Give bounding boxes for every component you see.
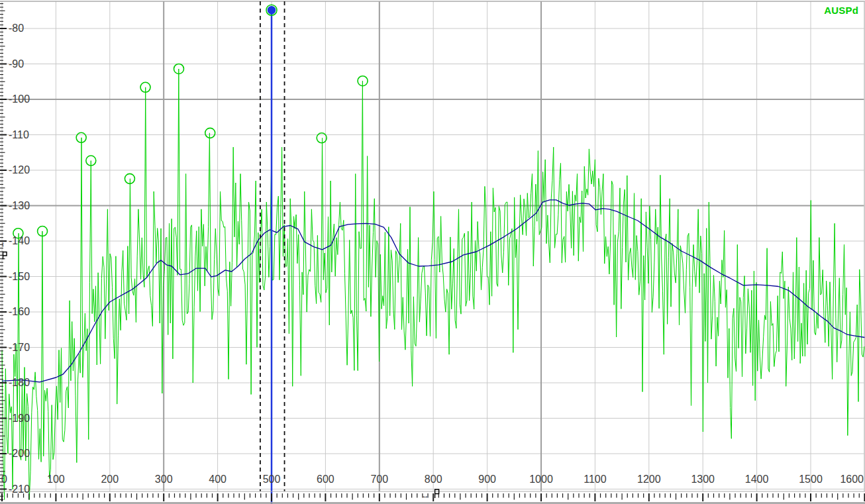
x-tick-label: 1400 [745, 474, 769, 485]
y-tick-label: -180 [9, 377, 30, 388]
x-tick-label: 800 [425, 474, 442, 485]
y-tick-label: -160 [9, 306, 30, 317]
y-tick-label: -210 [9, 483, 30, 495]
x-tick-label: 0 [1, 474, 7, 485]
x-tick-label: 1200 [637, 474, 661, 485]
y-tick-label: -130 [9, 200, 30, 211]
x-tick-label: 400 [209, 474, 227, 485]
y-tick-label: -170 [9, 342, 30, 353]
spectrum-chart[interactable]: 0100200300400500600700800900100011001200… [0, 0, 865, 504]
x-tick-label: 1300 [691, 474, 715, 485]
y-tick-label: -120 [9, 164, 30, 176]
y-axis-drag-icon[interactable]: ↕ [1, 240, 5, 248]
x-tick-label: 100 [47, 474, 65, 485]
x-tick-label: 1600 [840, 474, 864, 485]
y-tick-label: -190 [9, 413, 30, 424]
y-tick-label: -90 [9, 58, 24, 70]
x-axis-drag-icon[interactable]: ↔ [421, 491, 429, 499]
y-tick-label: -200 [9, 448, 30, 459]
x-tick-label: 1100 [584, 474, 607, 485]
x-tick-label: 300 [155, 474, 173, 485]
legend-label: AUSPd [824, 5, 858, 16]
y-tick-label: -150 [9, 271, 30, 282]
bottom-ruler[interactable] [0, 491, 865, 503]
x-tick-label: 1000 [529, 474, 553, 485]
y-tick-label: -110 [9, 129, 29, 140]
x-tick-label: 500 [263, 474, 281, 485]
y-tick-label: -140 [9, 235, 30, 246]
x-tick-label: 600 [317, 474, 334, 485]
x-tick-label: 700 [370, 474, 388, 485]
selected-peak-marker[interactable] [268, 6, 276, 15]
y-tick-label: -80 [9, 23, 24, 34]
x-tick-label: 1500 [799, 474, 823, 485]
x-tick-label: 200 [101, 474, 119, 485]
spectrum-analyzer-window: 0100200300400500600700800900100011001200… [0, 0, 865, 504]
x-tick-label: 900 [478, 474, 496, 485]
y-tick-label: -100 [9, 93, 30, 105]
